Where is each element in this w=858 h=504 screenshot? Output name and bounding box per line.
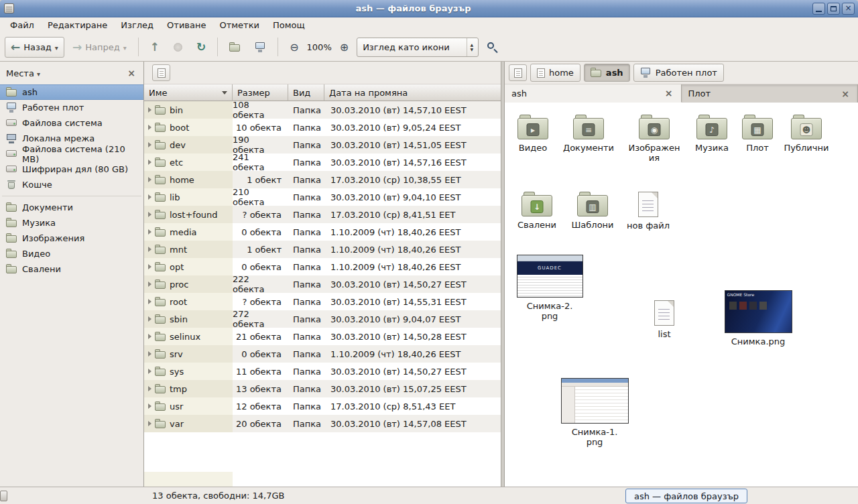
folder-item[interactable]: Свалени	[510, 192, 564, 230]
sidebar-item[interactable]: Файлова система	[0, 115, 143, 131]
sidebar-item[interactable]: ash	[0, 84, 143, 100]
expander-icon[interactable]	[148, 125, 151, 130]
expander-icon[interactable]	[148, 247, 151, 252]
table-row[interactable]: sbin 272 обекта Папка 30.03.2010 (вт) 9,…	[144, 310, 501, 328]
table-row[interactable]: bin 108 обекта Папка 30.03.2010 (вт) 14,…	[144, 101, 501, 119]
maximize-button[interactable]	[827, 3, 840, 15]
expander-icon[interactable]	[148, 334, 151, 339]
table-row[interactable]: srv 0 обекта Папка 1.10.2009 (чт) 18,40,…	[144, 345, 501, 363]
forward-button[interactable]: Напред	[66, 37, 133, 58]
column-header-name[interactable]: Име	[144, 84, 233, 101]
home-button[interactable]	[223, 37, 247, 58]
table-row[interactable]: mnt 1 обект Папка 1.10.2009 (чт) 18,40,2…	[144, 241, 501, 258]
sidebar-dropdown-icon[interactable]	[37, 68, 40, 78]
sidebar-item[interactable]: Музика	[0, 215, 143, 231]
expander-icon[interactable]	[148, 264, 151, 269]
back-button[interactable]: Назад	[5, 37, 64, 58]
expander-icon[interactable]	[148, 281, 151, 287]
pane-location-button[interactable]	[509, 64, 527, 81]
file-item[interactable]: нов файл	[621, 192, 675, 231]
folder-item[interactable]: Публични	[780, 115, 833, 153]
computer-button[interactable]	[249, 37, 272, 58]
place-icon	[6, 164, 17, 174]
expander-icon[interactable]	[148, 299, 151, 304]
sidebar-close-icon[interactable]: ×	[125, 68, 137, 78]
table-row[interactable]: home 1 обект Папка 17.03.2010 (ср) 10,38…	[144, 171, 501, 188]
sidebar-item[interactable]: Изображения	[0, 231, 143, 246]
menu-item[interactable]: Отметки	[212, 18, 265, 32]
expander-icon[interactable]	[148, 194, 151, 200]
folder-item[interactable]: Документи	[562, 115, 615, 153]
folder-item[interactable]: Видео	[506, 115, 560, 153]
menu-item[interactable]: Файл	[3, 18, 41, 32]
reload-button[interactable]	[190, 37, 212, 58]
pane-location-button[interactable]	[152, 64, 170, 81]
cell-type: Папка	[288, 153, 324, 171]
table-row[interactable]: boot 10 обекта Папка 30.03.2010 (вт) 9,0…	[144, 119, 501, 136]
folder-item[interactable]: Шаблони	[566, 192, 619, 230]
expander-icon[interactable]	[148, 421, 151, 426]
table-row[interactable]: usr 12 обекта Папка 17.03.2010 (ср) 8,51…	[144, 397, 501, 415]
table-row[interactable]: lost+found ? обекта Папка 17.03.2010 (ср…	[144, 206, 501, 223]
close-button[interactable]: ×	[842, 3, 855, 15]
expander-icon[interactable]	[148, 177, 151, 182]
table-row[interactable]: selinux 21 обекта Папка 30.03.2010 (вт) …	[144, 328, 501, 345]
breadcrumb-home[interactable]: home	[530, 64, 580, 82]
stop-button[interactable]	[168, 37, 188, 58]
table-row[interactable]: root ? обекта Папка 30.03.2010 (вт) 14,5…	[144, 293, 501, 310]
view-mode-select[interactable]: Изглед като икони ▲▼	[357, 38, 479, 57]
column-header-date[interactable]: Дата на промяна	[324, 84, 501, 101]
zoom-out-button[interactable]	[284, 37, 304, 58]
table-row[interactable]: var 20 обекта Папка 30.03.2010 (вт) 14,5…	[144, 415, 501, 432]
table-row[interactable]: sys 11 обекта Папка 30.03.2010 (вт) 14,5…	[144, 363, 501, 380]
image-file-snimka-2[interactable]: GUADEC Снимка-2.png	[515, 255, 584, 321]
table-row[interactable]: media 0 обекта Папка 1.10.2009 (чт) 18,4…	[144, 223, 501, 241]
sidebar-item[interactable]: Видео	[0, 246, 143, 261]
tab-plot[interactable]: Плот ×	[682, 84, 858, 103]
image-file-snimka-1[interactable]: Снимка-1.png	[559, 378, 630, 447]
column-header-type[interactable]: Вид	[288, 84, 324, 101]
expander-icon[interactable]	[148, 142, 151, 147]
expander-icon[interactable]	[148, 316, 151, 322]
image-file-snimka[interactable]: GNOME Store Снимка.png	[723, 290, 794, 346]
expander-icon[interactable]	[148, 229, 151, 235]
expander-icon[interactable]	[148, 369, 151, 374]
sidebar-item[interactable]: Документи	[0, 200, 143, 215]
zoom-in-button[interactable]	[334, 37, 355, 58]
breadcrumb-desktop[interactable]: Работен плот	[633, 64, 724, 82]
sidebar-item[interactable]: Кошче	[0, 177, 143, 192]
sidebar-item[interactable]: Файлова система (210 MB)	[0, 146, 143, 162]
tab-close-icon[interactable]: ×	[664, 88, 674, 99]
table-row[interactable]: etc 241 обекта Папка 30.03.2010 (вт) 14,…	[144, 153, 501, 171]
table-row[interactable]: dev 190 обекта Папка 30.03.2010 (вт) 14,…	[144, 136, 501, 153]
up-button[interactable]	[144, 37, 166, 58]
sidebar-item[interactable]: Свалени	[0, 261, 143, 277]
table-row[interactable]: lib 210 обекта Папка 30.03.2010 (вт) 9,0…	[144, 188, 501, 206]
file-item[interactable]: list	[637, 300, 691, 339]
sidebar-item[interactable]: Шифриран дял (80 GB)	[0, 162, 143, 177]
tab-close-icon[interactable]: ×	[840, 88, 851, 99]
column-header-size[interactable]: Размер	[233, 84, 288, 101]
menu-item[interactable]: Отиване	[160, 18, 212, 32]
table-row[interactable]: proc 222 обекта Папка 30.03.2010 (вт) 14…	[144, 275, 501, 293]
folder-item[interactable]: Плот	[731, 115, 784, 153]
taskbar-window-button[interactable]: ash — файлов браузър	[625, 489, 747, 503]
tab-ash[interactable]: ash ×	[505, 84, 682, 103]
expander-icon[interactable]	[148, 107, 151, 113]
expander-icon[interactable]	[148, 403, 151, 409]
breadcrumb-current[interactable]: ash	[584, 64, 630, 82]
menu-item[interactable]: Изглед	[114, 18, 160, 32]
expander-icon[interactable]	[148, 351, 151, 357]
table-row[interactable]: opt 0 обекта Папка 1.10.2009 (чт) 18,40,…	[144, 258, 501, 275]
expander-icon[interactable]	[148, 212, 151, 217]
folder-item[interactable]: Изображения	[627, 115, 681, 163]
table-row[interactable]: tmp 13 обекта Папка 30.03.2010 (вт) 15,0…	[144, 380, 501, 397]
back-dropdown-icon[interactable]	[55, 42, 58, 52]
minimize-button[interactable]	[812, 3, 825, 15]
search-button[interactable]	[481, 37, 504, 58]
sidebar-item[interactable]: Работен плот	[0, 100, 143, 115]
menu-item[interactable]: Помощ	[266, 18, 312, 32]
expander-icon[interactable]	[148, 160, 151, 165]
expander-icon[interactable]	[148, 386, 151, 391]
menu-item[interactable]: Редактиране	[41, 18, 114, 32]
